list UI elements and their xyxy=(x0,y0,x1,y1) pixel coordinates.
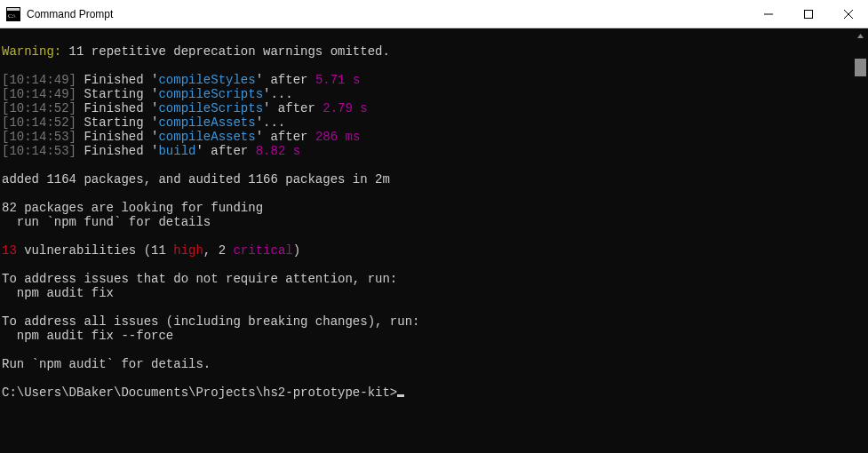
minimize-button[interactable] xyxy=(748,1,788,28)
close-button[interactable] xyxy=(828,1,868,28)
vertical-scrollbar[interactable] xyxy=(853,28,868,453)
svg-rect-1 xyxy=(7,8,20,11)
maximize-button[interactable] xyxy=(788,1,828,28)
window-title: Command Prompt xyxy=(27,8,748,20)
titlebar: C:\ Command Prompt xyxy=(0,0,868,28)
svg-text:C:\: C:\ xyxy=(8,12,16,20)
app-icon: C:\ xyxy=(6,7,20,21)
svg-rect-4 xyxy=(804,10,812,18)
scroll-up-arrow[interactable] xyxy=(853,28,868,44)
terminal-area: Warning: 11 repetitive deprecation warni… xyxy=(0,28,868,453)
terminal-output[interactable]: Warning: 11 repetitive deprecation warni… xyxy=(0,28,853,453)
svg-marker-7 xyxy=(857,34,864,38)
cursor xyxy=(397,394,404,397)
scroll-thumb[interactable] xyxy=(855,59,866,76)
